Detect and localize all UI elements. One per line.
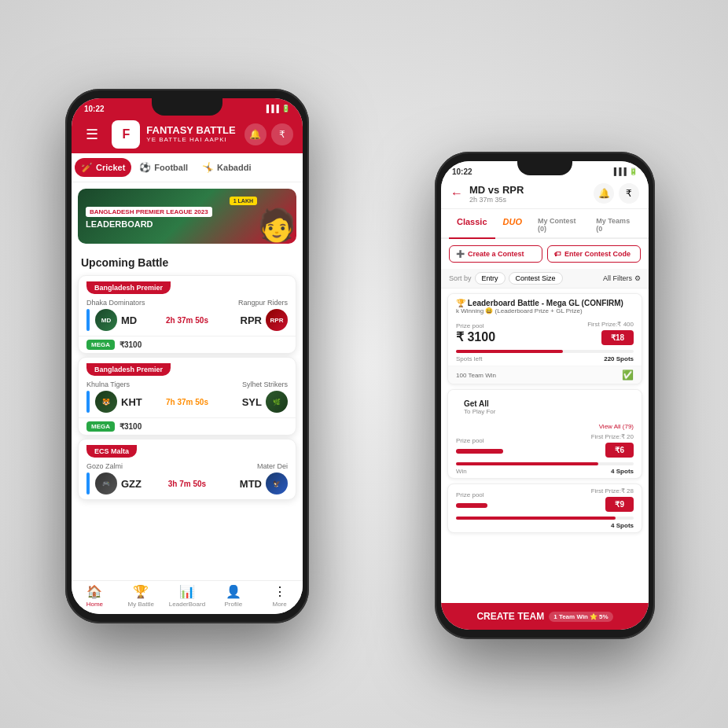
- match-timer-1: 2h 37m 50s: [166, 316, 208, 325]
- league-2: Bangladesh Premier: [86, 363, 171, 376]
- contest-card-2[interactable]: Get All To Play For View All (79) Prize …: [447, 389, 642, 479]
- wallet-button-right[interactable]: ₹: [619, 183, 639, 204]
- status-icons-left: ▐▐▐ 🔋: [264, 105, 290, 112]
- notification-button-right[interactable]: 🔔: [594, 183, 614, 204]
- match-card-3[interactable]: ECS Malta Gozo Zalmi Mater Dei 🎮 GZZ: [78, 439, 296, 500]
- create-contest-button[interactable]: ➕ Create a Contest: [449, 245, 542, 263]
- progress-fill-3: [456, 517, 616, 520]
- profile-icon: 👤: [226, 584, 241, 599]
- blue-stripe-1: [86, 309, 90, 331]
- leaderboard-label: LeaderBoard: [169, 601, 205, 608]
- filter-chip-size[interactable]: Contest Size: [509, 272, 563, 285]
- create-team-bar[interactable]: CREATE TEAM 1 Team Win ⭐ 5%: [441, 603, 649, 630]
- mega-badge-2: MEGA: [86, 421, 115, 432]
- action-buttons: ➕ Create a Contest 🏷 Enter Contest Code: [441, 239, 649, 269]
- cricket-icon: 🏏: [81, 162, 93, 173]
- join-btn-3[interactable]: ₹9: [605, 497, 634, 512]
- tab-cricket[interactable]: 🏏 Cricket: [75, 158, 131, 177]
- tab-my-contest[interactable]: My Contest (0): [530, 214, 588, 239]
- notch-left: [152, 98, 222, 116]
- right-header: ← MD vs RPR 2h 37m 35s 🔔 ₹: [441, 178, 649, 209]
- menu-button[interactable]: ☰: [81, 123, 103, 145]
- nav-profile[interactable]: 👤 Profile: [210, 584, 256, 608]
- prize-1: ₹3100: [119, 340, 142, 349]
- back-button[interactable]: ←: [450, 186, 463, 200]
- enter-code-button[interactable]: 🏷 Enter Contest Code: [547, 245, 641, 263]
- match-card-1[interactable]: Bangladesh Premier Dhaka Dominators Rang…: [78, 275, 296, 354]
- all-filters-button[interactable]: All Filters ⚙: [603, 274, 641, 282]
- plus-icon: ➕: [456, 250, 465, 258]
- win-percentage: 5%: [599, 613, 609, 620]
- match-title: MD vs RPR: [469, 184, 524, 196]
- phone-right: 10:22 ▐▐▐ 🔋 ← MD vs RPR 2h 37m 35s 🔔: [435, 152, 655, 639]
- contest-subtitle-1: k Winning 😄 (Leaderboard Prize + GL Priz…: [456, 307, 634, 314]
- phone-left: 10:22 ▐▐▐ 🔋 ☰ F FANTASY BATTLE YE BATTLE…: [65, 89, 309, 623]
- create-team-label: CREATE TEAM: [476, 611, 544, 622]
- team-win-badge: 1 Team Win ⭐ 5%: [549, 612, 612, 622]
- contest-title-1: 🏆 Leaderboard Battle - Mega GL (CONFIRM): [456, 299, 634, 307]
- notification-button-left[interactable]: 🔔: [245, 123, 267, 145]
- match-timer-2: 7h 37m 50s: [166, 398, 208, 406]
- leaderboard-icon: 📊: [179, 584, 195, 599]
- match-timer-3: 3h 7m 50s: [168, 480, 206, 488]
- contest-card-1[interactable]: 🏆 Leaderboard Battle - Mega GL (CONFIRM)…: [447, 293, 642, 384]
- footer-text-1: 100 Team Win: [456, 372, 496, 379]
- nav-my-battle[interactable]: 🏆 My Battle: [118, 584, 164, 608]
- blue-stripe-2: [86, 391, 90, 413]
- kabaddi-label: Kabaddi: [217, 163, 251, 172]
- tag-icon: 🏷: [554, 250, 561, 258]
- football-label: Football: [154, 163, 188, 172]
- tab-duo[interactable]: DUO: [495, 214, 530, 239]
- progress-bg-2: [456, 462, 634, 465]
- first-prize-label-1: First Prize:₹ 400: [587, 321, 634, 328]
- filter-icon: ⚙: [634, 274, 641, 282]
- banner-league: BANGLADESH PREMIER LEAGUE 2023: [86, 207, 212, 217]
- filter-chip-entry[interactable]: Entry: [475, 272, 506, 285]
- team2-code-3: MTD: [240, 478, 262, 490]
- join-btn-1[interactable]: ₹18: [601, 330, 634, 345]
- prize-pool-label-2: Prize pool: [456, 437, 591, 444]
- nav-more[interactable]: ⋮ More: [256, 584, 303, 608]
- home-label: Home: [86, 601, 103, 608]
- prize-pool-1: ₹ 3100: [456, 329, 587, 344]
- all-filters-label: All Filters: [603, 274, 632, 282]
- join-btn-2[interactable]: ₹6: [605, 443, 634, 458]
- logo-icon: F: [112, 120, 140, 149]
- profile-label: Profile: [224, 601, 242, 608]
- match-subtitle: 2h 37m 35s: [469, 196, 524, 204]
- promo-banner[interactable]: BANGLADESH PREMIER LEAGUE 2023 LEADERBOA…: [78, 189, 296, 244]
- wallet-button-left[interactable]: ₹: [271, 123, 293, 145]
- app-name: FANTASY BATTLE: [146, 125, 235, 136]
- app-logo: F FANTASY BATTLE YE BATTLE HAI AAPKI: [112, 120, 235, 149]
- cricket-label: Cricket: [96, 163, 125, 172]
- team1-code-3: GZZ: [121, 478, 142, 490]
- view-all-link[interactable]: View All (79): [448, 423, 642, 430]
- tab-kabaddi[interactable]: 🤸 Kabaddi: [196, 158, 257, 177]
- contest-card-3[interactable]: Prize pool First Prize:₹ 28 ₹9: [447, 483, 642, 533]
- football-icon: ⚽: [139, 162, 151, 173]
- contests-list: 🏆 Leaderboard Battle - Mega GL (CONFIRM)…: [441, 289, 649, 576]
- first-prize-label-3: First Prize:₹ 28: [591, 487, 634, 495]
- prize-2: ₹3100: [119, 422, 142, 431]
- home-icon: 🏠: [86, 584, 102, 599]
- team-logo-kht: 🐯: [95, 391, 117, 413]
- nav-leaderboard[interactable]: 📊 LeaderBoard: [164, 584, 211, 608]
- team-logo-md: MD: [95, 309, 117, 331]
- app-header-left: ☰ F FANTASY BATTLE YE BATTLE HAI AAPKI 🔔…: [72, 116, 303, 153]
- tab-my-teams[interactable]: My Teams (0: [588, 214, 641, 239]
- team-logo-mtd: 🦅: [266, 472, 288, 495]
- spots-label-1: Spots left: [456, 355, 482, 362]
- nav-home[interactable]: 🏠 Home: [72, 584, 118, 608]
- header-icons-right: 🔔 ₹: [245, 123, 293, 145]
- team1-code-2: KHT: [121, 396, 142, 408]
- filter-bar: Sort by Entry Contest Size All Filters ⚙: [441, 269, 649, 289]
- footer-text-2: Win: [456, 468, 467, 475]
- banner-prize: 1 LAKH: [230, 197, 257, 205]
- match-card-2[interactable]: Bangladesh Premier Khulna Tigers Sylhet …: [78, 357, 296, 436]
- tab-football[interactable]: ⚽ Football: [133, 158, 194, 177]
- tab-classic[interactable]: Classic: [449, 214, 495, 239]
- progress-fill-1: [456, 350, 563, 353]
- prize-pool-label-1: Prize pool: [456, 322, 587, 329]
- team1-code-1: MD: [121, 314, 137, 326]
- spots-count-3: 4 Spots: [611, 522, 634, 529]
